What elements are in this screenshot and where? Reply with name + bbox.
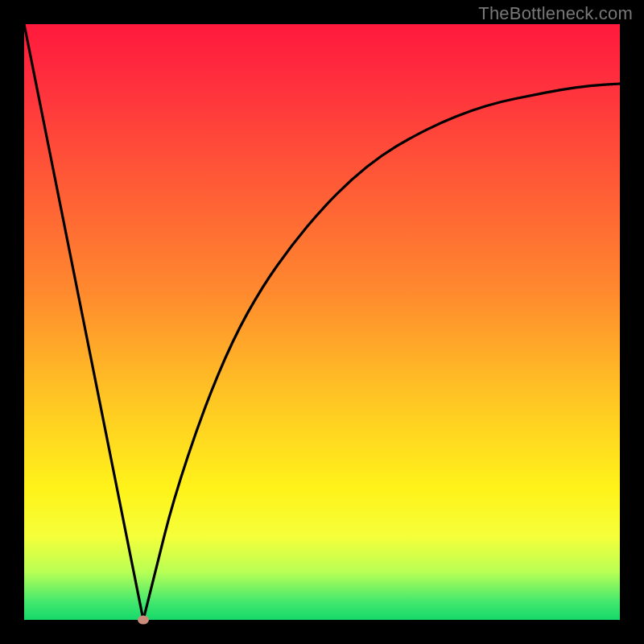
watermark-label: TheBottleneck.com	[478, 3, 633, 24]
bottleneck-curve	[24, 24, 620, 620]
curve-svg	[24, 24, 620, 620]
chart-frame: TheBottleneck.com	[0, 0, 644, 644]
optimum-marker	[138, 616, 149, 625]
